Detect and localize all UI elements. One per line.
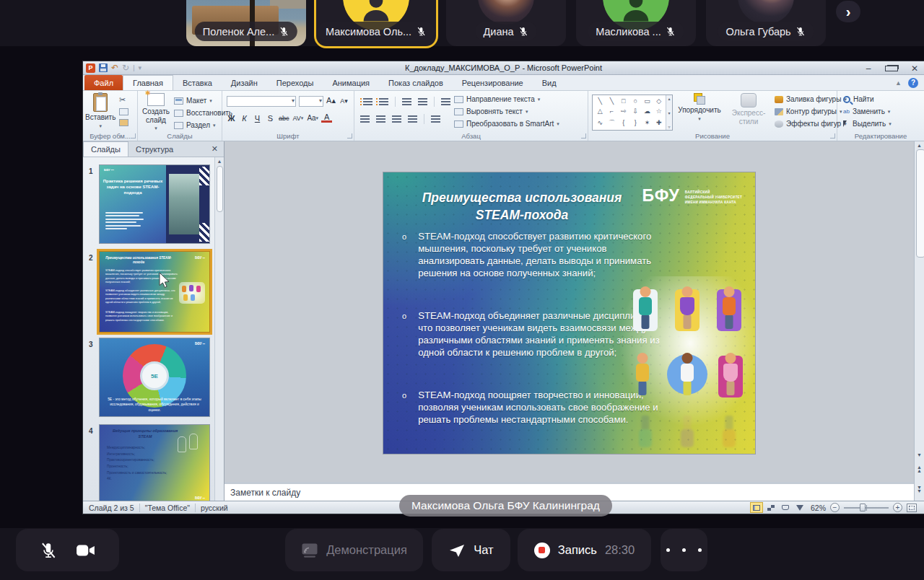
font-size-combo[interactable] [299,96,323,107]
italic-icon[interactable]: К [239,113,250,123]
slide-sorter-button[interactable] [764,502,777,513]
slide-thumbnail-1[interactable]: БФУ ▪▪▪ Практика решения речевых задач н… [99,164,210,244]
arrange-button[interactable]: Упорядочить▾ [676,93,723,122]
participant-tile-polenok[interactable]: Поленок Але... [186,0,306,46]
slideshow-button[interactable] [793,502,806,513]
columns-icon[interactable] [431,115,440,123]
participant-tile-diana[interactable]: Диана [446,0,566,46]
text-direction-button[interactable]: Направление текста▾ [454,93,559,105]
tab-review[interactable]: Рецензирование [453,75,533,90]
participant-tile-gubar[interactable]: Ольга Губарь [706,0,826,46]
decrease-indent-icon[interactable] [402,98,411,106]
paragraph-dialog-launcher[interactable] [581,133,586,139]
scroll-down-icon[interactable]: ▼ [915,452,924,457]
align-center-icon[interactable] [376,115,385,123]
bullets-icon[interactable] [363,98,372,106]
fit-to-window-button[interactable] [907,504,917,512]
record-button[interactable]: Запись 28:30 [518,529,651,571]
font-name-combo[interactable] [227,96,296,107]
slide-thumbnail-3[interactable]: БФУ ▪▪ 5E 5E - это метод обучения, котор… [99,338,210,417]
bold-icon[interactable]: Ж [226,113,237,123]
mic-muted-button[interactable] [39,541,58,560]
strikethrough-icon[interactable]: abc [278,113,290,123]
align-text-button[interactable]: Выровнять текст▾ [454,105,559,118]
shapes-gallery[interactable]: ╲╲□○▭◇ △⌐⇨⇩☁☆ ∿⌒{}✶✚ ▴▾▿ [592,95,673,131]
line-spacing-icon[interactable] [441,98,450,106]
grow-font-icon[interactable]: A▴ [326,95,336,106]
next-slide-button[interactable]: ▼▼ [915,485,924,493]
format-painter-icon[interactable] [119,119,128,126]
tab-slideshow[interactable]: Показ слайдов [379,75,453,90]
convert-smartart-button[interactable]: Преобразовать в SmartArt▾ [454,118,559,130]
quick-styles-button[interactable]: Экспресс-стили [723,93,775,126]
panel-tab-outline[interactable]: Структура [128,141,180,157]
minimize-button[interactable]: – [862,63,875,74]
drawing-dialog-launcher[interactable] [830,133,835,139]
clipboard-dialog-launcher[interactable] [131,133,136,139]
next-participants-button[interactable]: › [836,1,860,22]
panel-scrollbar[interactable]: ▲ [214,157,224,501]
zoom-out-button[interactable]: − [830,503,840,512]
powerpoint-app-icon[interactable]: P [86,63,95,73]
shape-effects-button[interactable]: Эффекты фигур▾ [775,118,847,130]
copy-icon[interactable] [119,108,128,115]
new-slide-button[interactable]: Создать слайд▾ [139,93,173,131]
scroll-up-icon[interactable]: ▲ [915,141,924,148]
help-icon[interactable]: ? [908,78,918,88]
align-right-icon[interactable] [392,115,401,123]
tab-design[interactable]: Дизайн [222,75,267,90]
minimize-ribbon-icon[interactable]: ▲ [895,79,902,87]
reading-view-button[interactable] [779,502,792,513]
replace-button[interactable]: abЗаменить▾ [843,105,892,118]
find-button[interactable]: Найти [843,93,892,105]
zoom-slider[interactable] [844,507,889,509]
editor-scrollbar[interactable]: ▲ ▼ ▲▲ ▼▼ [914,141,924,501]
close-button[interactable]: ✕ [908,63,921,74]
font-color-icon[interactable]: A [321,113,332,123]
customize-qat-icon[interactable]: ▾ [138,64,141,71]
justify-icon[interactable] [408,115,417,123]
change-case-icon[interactable]: Aa▾ [306,113,319,123]
tab-view[interactable]: Вид [533,75,566,90]
previous-slide-button[interactable]: ▲▲ [915,465,924,473]
tab-home[interactable]: Главная [123,75,173,90]
mic-camera-group[interactable] [16,529,119,571]
panel-tab-slides[interactable]: Слайды [83,141,128,157]
slide-thumbnail-4[interactable]: Ведущие принципы образования STEAM Межди… [99,424,210,501]
shape-fill-button[interactable]: Заливка фигуры▾ [775,93,847,105]
font-dialog-launcher[interactable] [347,133,352,139]
text-shadow-icon[interactable]: S [265,113,276,123]
scrollbar-thumb[interactable] [916,149,924,258]
save-icon[interactable] [99,63,108,72]
tab-insert[interactable]: Вставка [173,75,222,90]
current-slide[interactable]: Преимущества использования STEAM-похода … [383,172,756,454]
camera-button[interactable] [76,542,96,559]
participant-tile-maksimova[interactable]: Максимова Оль... [316,0,436,46]
increase-indent-icon[interactable] [418,98,427,106]
zoom-in-button[interactable]: + [893,503,902,512]
redo-icon[interactable]: ↻ [122,63,129,72]
paste-button[interactable]: Вставить▾ [85,93,116,129]
restore-button[interactable] [885,63,898,74]
undo-icon[interactable]: ↶ [111,63,118,72]
title-bar[interactable]: P ↶ ↻ | ▾ К_докладу_МАКСИМОВА_О_Р - Micr… [83,61,924,75]
zoom-slider-thumb[interactable] [860,504,866,511]
chat-button[interactable]: Чат [432,529,510,571]
tab-transitions[interactable]: Переходы [267,75,323,90]
language-indicator[interactable]: русский [201,504,228,512]
normal-view-button[interactable] [750,502,763,513]
tab-animation[interactable]: Анимация [323,75,379,90]
participant-tile-maslikova[interactable]: Масликова ... [576,0,696,46]
tab-file[interactable]: Файл [84,75,123,90]
cut-icon[interactable]: ✂ [119,95,128,105]
char-spacing-icon[interactable]: AV▾ [292,113,305,123]
underline-icon[interactable]: Ч [252,113,263,123]
more-options-button[interactable] [661,529,707,571]
select-button[interactable]: Выделить▾ [843,118,892,130]
share-screen-button[interactable]: Демонстрация [285,529,423,571]
shrink-font-icon[interactable]: A▾ [339,95,349,106]
shapes-scrollbar[interactable]: ▴▾▿ [666,95,672,130]
align-left-icon[interactable] [360,115,370,123]
slide-thumbnail-2-selected[interactable]: Преимущества использования STEAM-похода … [99,251,210,333]
slide-editor-area[interactable]: Преимущества использования STEAM-похода … [225,141,914,482]
